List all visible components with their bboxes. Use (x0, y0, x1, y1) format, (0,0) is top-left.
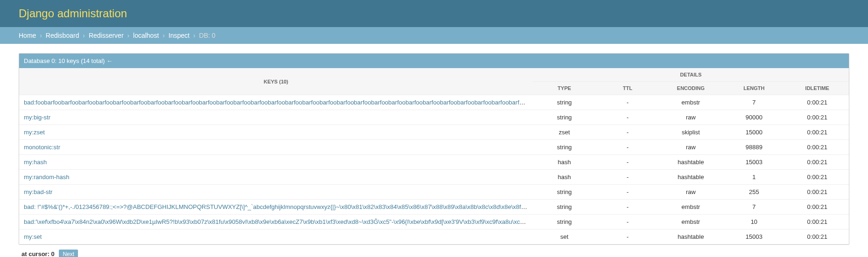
breadcrumb-sep: › (83, 32, 85, 39)
key-link[interactable]: monotonic:str (24, 144, 60, 151)
th-type: TYPE (533, 82, 596, 95)
length-cell: 7 (722, 95, 785, 110)
table-row: bad:foobarfoobarfoobarfoobarfoobarfoobar… (19, 95, 849, 110)
ttl-cell: - (596, 125, 659, 140)
content: Database 0: 10 keys (14 total) ← KEYS (1… (0, 44, 868, 257)
table-row: my:setset-hashtable150030:00:21 (19, 229, 849, 244)
ttl-cell: - (596, 140, 659, 155)
key-cell: bad: !"#$%&'()*+,-./0123456789:;<=>?@ABC… (19, 200, 533, 215)
breadcrumb: Home › Redisboard › Redisserver › localh… (0, 27, 868, 44)
key-cell: monotonic:str (19, 140, 533, 155)
key-link[interactable]: my:random-hash (24, 174, 70, 181)
idletime-cell: 0:00:21 (786, 95, 849, 110)
idletime-cell: 0:00:21 (786, 110, 849, 125)
module-header: Database 0: 10 keys (14 total) ← (19, 54, 849, 68)
encoding-cell: hashtable (659, 170, 722, 185)
length-cell: 1 (722, 170, 785, 185)
key-link[interactable]: my:hash (24, 159, 47, 166)
th-length: LENGTH (722, 82, 785, 95)
app-title: Django administration (19, 7, 849, 20)
key-link[interactable]: my:set (24, 233, 42, 240)
length-cell: 90000 (722, 110, 785, 125)
table-row: my:big-strstring-raw900000:00:21 (19, 110, 849, 125)
encoding-cell: embstr (659, 95, 722, 110)
th-encoding: ENCODING (659, 82, 722, 95)
breadcrumb-sep: › (193, 32, 196, 39)
type-cell: set (533, 229, 596, 244)
length-cell: 7 (722, 200, 785, 215)
idletime-cell: 0:00:21 (786, 140, 849, 155)
ttl-cell: - (596, 229, 659, 244)
table-row: my:random-hashhash-hashtable10:00:21 (19, 170, 849, 185)
type-cell: hash (533, 155, 596, 170)
encoding-cell: hashtable (659, 155, 722, 170)
length-cell: 15003 (722, 155, 785, 170)
next-button[interactable]: Next (59, 250, 78, 257)
ttl-cell: - (596, 170, 659, 185)
type-cell: zset (533, 125, 596, 140)
key-cell: bad:foobarfoobarfoobarfoobarfoobarfoobar… (19, 95, 533, 110)
key-link[interactable]: bad:foobarfoobarfoobarfoobarfoobarfoobar… (24, 99, 533, 106)
idletime-cell: 0:00:21 (786, 125, 849, 140)
ttl-cell: - (596, 155, 659, 170)
th-ttl: TTL (596, 82, 659, 95)
table-row: my:zsetzset-skiplist150000:00:21 (19, 125, 849, 140)
ttl-cell: - (596, 215, 659, 229)
breadcrumb-home[interactable]: Home (19, 32, 36, 39)
table-row: bad: !"#$%&'()*+,-./0123456789:;<=>?@ABC… (19, 200, 849, 215)
length-cell: 15000 (722, 125, 785, 140)
key-link[interactable]: my:bad-str (24, 188, 52, 195)
key-cell: my:random-hash (19, 170, 533, 185)
key-cell: my:zset (19, 125, 533, 140)
ttl-cell: - (596, 95, 659, 110)
th-idletime: IDLETIME (786, 82, 849, 95)
back-arrow-link[interactable]: ← (106, 57, 113, 64)
key-link[interactable]: my:zset (24, 129, 45, 136)
idletime-cell: 0:00:21 (786, 170, 849, 185)
breadcrumb-sep: › (40, 32, 42, 39)
length-cell: 255 (722, 185, 785, 200)
app-header: Django administration (0, 0, 868, 27)
pagination: at cursor: 0 Next (19, 245, 849, 257)
type-cell: string (533, 110, 596, 125)
type-cell: hash (533, 170, 596, 185)
module-title: Database 0: 10 keys (14 total) (24, 57, 105, 64)
length-cell: 10 (722, 215, 785, 229)
key-cell: my:hash (19, 155, 533, 170)
encoding-cell: embstr (659, 200, 722, 215)
key-cell: my:bad-str (19, 185, 533, 200)
key-cell: bad:'\xef\xfbo4\xa7\x84n2\xa0\x96W\xdb2D… (19, 215, 533, 229)
idletime-cell: 0:00:21 (786, 229, 849, 244)
encoding-cell: hashtable (659, 229, 722, 244)
idletime-cell: 0:00:21 (786, 155, 849, 170)
ttl-cell: - (596, 200, 659, 215)
key-link[interactable]: bad:'\xef\xfbo4\xa7\x84n2\xa0\x96W\xdb2D… (24, 218, 533, 225)
breadcrumb-localhost[interactable]: localhost (133, 32, 159, 39)
breadcrumb-current: DB: 0 (199, 32, 215, 39)
encoding-cell: raw (659, 140, 722, 155)
table-row: my:hashhash-hashtable150030:00:21 (19, 155, 849, 170)
th-details: DETAILS (533, 68, 849, 82)
key-cell: my:set (19, 229, 533, 244)
table-row: bad:'\xef\xfbo4\xa7\x84n2\xa0\x96W\xdb2D… (19, 215, 849, 229)
key-link[interactable]: my:big-str (24, 114, 50, 121)
idletime-cell: 0:00:21 (786, 200, 849, 215)
breadcrumb-sep: › (127, 32, 129, 39)
length-cell: 15003 (722, 229, 785, 244)
breadcrumb-redisboard[interactable]: Redisboard (46, 32, 79, 39)
idletime-cell: 0:00:21 (786, 185, 849, 200)
key-link[interactable]: bad: !"#$%&'()*+,-./0123456789:;<=>?@ABC… (24, 203, 533, 210)
type-cell: string (533, 185, 596, 200)
encoding-cell: embstr (659, 215, 722, 229)
ttl-cell: - (596, 110, 659, 125)
type-cell: string (533, 215, 596, 229)
table-row: monotonic:strstring-raw988890:00:21 (19, 140, 849, 155)
breadcrumb-redisserver[interactable]: Redisserver (89, 32, 124, 39)
idletime-cell: 0:00:21 (786, 215, 849, 229)
breadcrumb-sep: › (162, 32, 165, 39)
encoding-cell: skiplist (659, 125, 722, 140)
breadcrumb-inspect[interactable]: Inspect (169, 32, 190, 39)
table-row: my:bad-strstring-raw2550:00:21 (19, 185, 849, 200)
th-keys: KEYS (10) (19, 68, 533, 95)
module: Database 0: 10 keys (14 total) ← KEYS (1… (19, 53, 849, 245)
